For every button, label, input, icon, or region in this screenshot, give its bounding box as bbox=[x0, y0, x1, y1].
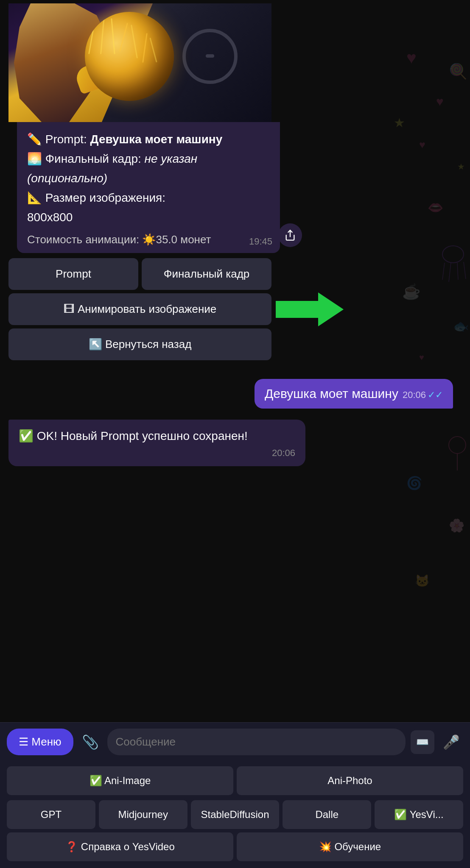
prompt-line: ✏️ Prompt: Девушка моет машину bbox=[27, 131, 270, 148]
back-button[interactable]: ↖️ Вернуться назад bbox=[8, 328, 271, 360]
final-frame-label: 🌅 Финальный кадр bbox=[27, 152, 138, 165]
bot-message-bubble: ✅ OK! Новый Prompt успешно сохранен! 20:… bbox=[8, 420, 305, 466]
mic-icon: 🎤 bbox=[443, 734, 460, 750]
shortcuts-row-3: ❓ Справка о YesVideo 💥 Обучение bbox=[0, 832, 470, 868]
midjourney-button[interactable]: Midjourney bbox=[99, 800, 187, 829]
input-bar: ☰ Меню 📎 ⌨️ 🎤 bbox=[0, 722, 470, 761]
ani-photo-button[interactable]: Ani-Photo bbox=[237, 766, 463, 795]
final-frame-button[interactable]: Финальный кадр bbox=[142, 258, 271, 290]
green-arrow bbox=[276, 290, 344, 328]
keyboard-button[interactable]: ⌨️ bbox=[411, 730, 434, 754]
cost-line: Стоимость анимации: ☀️35.0 монет bbox=[27, 233, 270, 246]
shortcuts-row-1: ✅ Ani-Image Ani-Photo bbox=[0, 761, 470, 800]
button-row-1: Prompt Финальный кадр bbox=[8, 258, 271, 290]
user-message-bubble: Девушка моет машину 20:06 ✓✓ bbox=[255, 379, 453, 409]
svg-marker-22 bbox=[276, 292, 344, 326]
prompt-colon: : bbox=[84, 133, 87, 146]
share-button[interactable] bbox=[278, 223, 302, 247]
ani-image-button[interactable]: ✅ Ani-Image bbox=[7, 766, 233, 795]
user-message-text: Девушка моет машину bbox=[265, 387, 398, 401]
attach-button[interactable]: 📎 bbox=[78, 731, 102, 754]
action-buttons-section: Prompt Финальный кадр 🎞 Анимировать изоб… bbox=[8, 258, 271, 364]
size-value-line: 800x800 bbox=[27, 209, 270, 226]
gpt-button[interactable]: GPT bbox=[7, 800, 95, 829]
final-frame-value: не указан bbox=[141, 152, 197, 165]
prompt-value: Девушка моет машину bbox=[87, 133, 223, 146]
size-line: 📐 Размер изображения: bbox=[27, 189, 270, 207]
bot-message-time: 20:06 bbox=[19, 448, 295, 459]
learn-button[interactable]: 💥 Обучение bbox=[237, 832, 463, 861]
final-frame-line: 🌅 Финальный кадр: не указан bbox=[27, 150, 270, 168]
dalle-button[interactable]: Dalle bbox=[283, 800, 371, 829]
prompt-button[interactable]: Prompt bbox=[8, 258, 138, 290]
yesvideo-button[interactable]: ✅ YesVi... bbox=[375, 800, 463, 829]
user-message-time: 20:06 ✓✓ bbox=[403, 389, 443, 401]
chat-container: ✏️ Prompt: Девушка моет машину 🌅 Финальн… bbox=[0, 0, 470, 868]
cost-text: Стоимость анимации: ☀️35.0 монет bbox=[27, 233, 211, 246]
message-timestamp: 19:45 bbox=[249, 236, 272, 247]
messages-area: ✏️ Prompt: Девушка моет машину 🌅 Финальн… bbox=[0, 0, 470, 722]
animate-button[interactable]: 🎞 Анимировать изображение bbox=[8, 293, 271, 325]
keyboard-icon: ⌨️ bbox=[416, 736, 429, 748]
bot-message-text: ✅ OK! Новый Prompt успешно сохранен! bbox=[19, 427, 295, 445]
attach-icon: 📎 bbox=[82, 734, 99, 750]
read-check-icon: ✓✓ bbox=[428, 389, 443, 401]
help-yesvideo-button[interactable]: ❓ Справка о YesVideo bbox=[7, 832, 233, 861]
shortcuts-row-2: GPT Midjourney StableDiffusion Dalle ✅ Y… bbox=[0, 800, 470, 832]
animate-row: 🎞 Анимировать изображение bbox=[8, 293, 271, 325]
optional-text: (опционально) bbox=[27, 172, 107, 185]
info-bubble: ✏️ Prompt: Девушка моет машину 🌅 Финальн… bbox=[17, 122, 280, 253]
prompt-label: ✏️ Prompt bbox=[27, 133, 84, 146]
message-input[interactable] bbox=[107, 729, 406, 755]
optional-line: (опционально) bbox=[27, 170, 270, 187]
button-row-back: ↖️ Вернуться назад bbox=[8, 328, 271, 360]
mic-button[interactable]: 🎤 bbox=[439, 731, 463, 754]
chat-image bbox=[8, 3, 271, 122]
size-label: 📐 Размер изображения bbox=[27, 191, 162, 204]
menu-button[interactable]: ☰ Меню bbox=[7, 729, 73, 755]
size-value: 800x800 bbox=[27, 211, 73, 224]
stablediffusion-button[interactable]: StableDiffusion bbox=[191, 800, 280, 829]
